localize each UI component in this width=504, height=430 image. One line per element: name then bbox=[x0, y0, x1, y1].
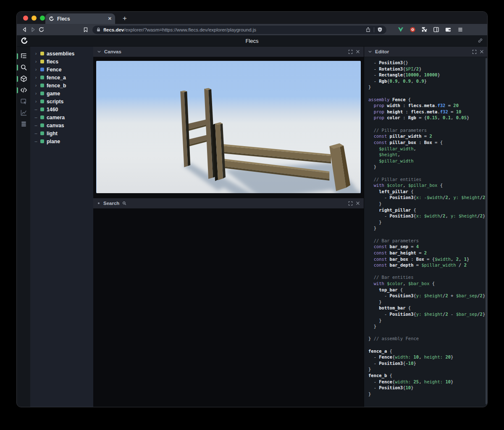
close-panel-icon[interactable] bbox=[356, 201, 360, 205]
entity-color-square bbox=[40, 68, 44, 71]
tree-item[interactable]: › scripts bbox=[30, 97, 93, 105]
vue-devtools-extension-icon[interactable] bbox=[397, 26, 404, 33]
browser-menu-icon[interactable] bbox=[457, 27, 463, 32]
bookmark-icon[interactable] bbox=[81, 26, 90, 34]
entity-color-square bbox=[40, 108, 44, 111]
new-tab-button[interactable]: + bbox=[120, 14, 129, 23]
tree-expand-icon[interactable]: › bbox=[34, 68, 38, 71]
reload-button[interactable] bbox=[37, 26, 45, 34]
close-panel-icon[interactable] bbox=[480, 50, 484, 54]
tab-title: Flecs bbox=[57, 16, 70, 22]
url-domain: flecs.dev bbox=[103, 27, 124, 32]
canvas-panel-header: Canvas bbox=[93, 47, 364, 57]
close-window-button[interactable] bbox=[23, 16, 28, 21]
tree-expand-icon[interactable]: › bbox=[34, 100, 38, 103]
lock-icon bbox=[96, 27, 101, 32]
tree-item[interactable]: – light bbox=[30, 129, 93, 137]
close-panel-icon[interactable] bbox=[356, 50, 360, 54]
fullscreen-icon[interactable] bbox=[348, 201, 353, 206]
tree-expand-icon[interactable]: › bbox=[34, 60, 38, 63]
code-area[interactable]: - Position3{} - Rotation3{$PI/2} - Recta… bbox=[364, 57, 487, 397]
tree-item-label: game bbox=[47, 91, 60, 97]
inspect-tool-icon[interactable] bbox=[17, 96, 30, 107]
tree-expand-icon[interactable]: – bbox=[34, 131, 38, 135]
extensions-puzzle-icon[interactable] bbox=[421, 26, 428, 33]
url-path: /explorer/?wasm=https://www.flecs.dev/ex… bbox=[124, 27, 256, 32]
wallet-icon[interactable] bbox=[445, 26, 452, 33]
share-link-icon[interactable] bbox=[478, 38, 483, 43]
tree-item[interactable]: › flecs bbox=[30, 58, 93, 66]
desktop-background: Flecs ✕ + flecs.dev/ bbox=[0, 0, 504, 430]
entity-color-square bbox=[40, 139, 44, 143]
tree-item[interactable]: – camera bbox=[30, 113, 93, 121]
tree-item[interactable]: › fence_b bbox=[30, 81, 93, 89]
fullscreen-icon[interactable] bbox=[348, 50, 353, 54]
browser-toolbar: flecs.dev/explorer/?wasm=https://www.fle… bbox=[17, 24, 487, 35]
page-title: Flecs bbox=[245, 38, 258, 44]
tree-item-label: canvas bbox=[47, 123, 64, 128]
tree-item-label: assemblies bbox=[47, 51, 74, 57]
forward-button[interactable] bbox=[29, 26, 37, 34]
tree-item-label: scripts bbox=[47, 99, 63, 105]
app-header: Flecs bbox=[17, 35, 487, 47]
tree-item[interactable]: › fence_a bbox=[30, 73, 93, 81]
browser-tab-bar: Flecs ✕ + bbox=[17, 12, 487, 24]
code-tool-icon[interactable] bbox=[17, 84, 30, 96]
canvas-panel-title: Canvas bbox=[104, 49, 121, 54]
tree-expand-icon[interactable]: › bbox=[34, 76, 38, 79]
tree-expand-icon[interactable]: › bbox=[34, 84, 38, 87]
entity-color-square bbox=[40, 123, 44, 127]
search-panel-body[interactable] bbox=[93, 209, 364, 407]
entity-color-square bbox=[40, 115, 44, 119]
fullscreen-icon[interactable] bbox=[472, 50, 477, 54]
browser-tab[interactable]: Flecs ✕ bbox=[45, 13, 115, 24]
tree-expand-icon[interactable]: › bbox=[34, 92, 38, 95]
tree-item[interactable]: › game bbox=[30, 89, 93, 97]
address-bar[interactable]: flecs.dev/explorer/?wasm=https://www.fle… bbox=[92, 26, 386, 34]
tree-view-tool-icon[interactable] bbox=[17, 50, 30, 62]
fence-3d-scene bbox=[96, 61, 361, 193]
window-controls bbox=[23, 16, 45, 21]
search-tool-icon[interactable] bbox=[17, 62, 30, 73]
red-extension-icon[interactable] bbox=[410, 26, 416, 33]
center-column: Canvas bbox=[93, 47, 364, 407]
tree-expand-icon[interactable]: – bbox=[34, 139, 38, 143]
tree-item-label: fence_b bbox=[47, 83, 66, 89]
tree-item[interactable]: › assemblies bbox=[30, 50, 93, 58]
collapsed-indicator-icon[interactable] bbox=[98, 202, 100, 204]
tool-sidebar bbox=[17, 47, 30, 407]
editor-panel-header: Editor bbox=[364, 47, 487, 57]
zoom-window-button[interactable] bbox=[40, 16, 45, 21]
code-editor-body[interactable]: - Position3{} - Rotation3{$PI/2} - Recta… bbox=[364, 57, 487, 407]
search-panel-header: Search bbox=[93, 198, 364, 209]
tree-item-label: 1460 bbox=[47, 107, 58, 113]
stats-chart-tool-icon[interactable] bbox=[17, 107, 30, 118]
back-button[interactable] bbox=[20, 26, 29, 34]
tree-item[interactable]: – plane bbox=[30, 137, 93, 145]
3d-viewport[interactable] bbox=[96, 61, 361, 193]
brave-shield-icon[interactable] bbox=[377, 27, 383, 32]
minimize-window-button[interactable] bbox=[32, 16, 37, 21]
queries-stack-tool-icon[interactable] bbox=[17, 118, 30, 130]
tree-item[interactable]: – 1460 bbox=[30, 105, 93, 113]
tree-item[interactable]: – canvas bbox=[30, 121, 93, 129]
tree-item[interactable]: › Fence bbox=[30, 66, 93, 73]
tree-item-label: fence_a bbox=[47, 75, 66, 81]
entity-color-square bbox=[40, 84, 44, 87]
browser-window: Flecs ✕ + flecs.dev/ bbox=[17, 12, 487, 407]
chevron-down-icon[interactable] bbox=[368, 50, 372, 54]
tree-expand-icon[interactable]: › bbox=[34, 52, 38, 55]
sidebar-toggle-icon[interactable] bbox=[433, 26, 439, 33]
tree-expand-icon[interactable]: – bbox=[34, 123, 38, 127]
entities-cube-tool-icon[interactable] bbox=[17, 73, 30, 84]
tree-expand-icon[interactable]: – bbox=[34, 108, 38, 111]
entity-tree: › assemblies › flecs › Fence › bbox=[30, 47, 93, 407]
tree-item-label: camera bbox=[47, 115, 65, 121]
tree-expand-icon[interactable]: – bbox=[34, 115, 38, 119]
share-icon[interactable] bbox=[365, 27, 371, 32]
tab-close-icon[interactable]: ✕ bbox=[108, 16, 112, 21]
flecs-logo-icon bbox=[21, 37, 28, 45]
divider bbox=[374, 27, 374, 32]
chevron-down-icon[interactable] bbox=[97, 50, 101, 54]
editor-scrollbar[interactable] bbox=[486, 58, 487, 404]
